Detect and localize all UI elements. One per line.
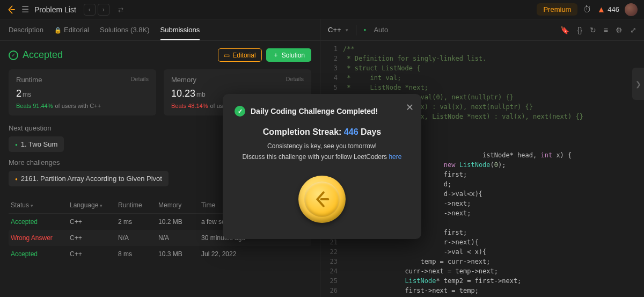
tab-description[interactable]: Description — [9, 26, 43, 34]
tab-submissions[interactable]: Submissions — [160, 26, 200, 40]
runtime-card: RuntimeDetails 2ms Beats 91.44%of users … — [9, 69, 156, 115]
row-memory: N/A — [158, 234, 201, 242]
shuffle-button[interactable]: ⇄ — [115, 4, 127, 16]
streak-value: 446 — [608, 5, 619, 13]
autocomplete-dot-icon: ● — [364, 27, 367, 32]
chevron-down-icon: ▾ — [100, 203, 103, 208]
row-runtime: 8 ms — [118, 250, 158, 258]
more-challenge-chip[interactable]: ●2161. Partition Array According to Give… — [9, 171, 169, 186]
row-memory: 10.3 MB — [158, 250, 201, 258]
modal-subtitle-1: Consistency is key, see you tomorrow! — [235, 142, 409, 150]
streak-counter[interactable]: ▲ 446 — [597, 5, 619, 15]
difficulty-dot-icon: ● — [15, 177, 18, 182]
row-lang: C++ — [70, 218, 118, 226]
lock-icon: 🔒 — [54, 27, 62, 33]
row-lang: C++ — [70, 234, 118, 242]
top-bar: ☰ Problem List ‹ › ⇄ Premium ⏱ ▲ 446 — [0, 0, 644, 19]
bookmark-icon[interactable]: 🔖 — [560, 26, 569, 34]
table-row[interactable]: Accepted C++ 8 ms 10.3 MB Jul 22, 2022 — [9, 246, 311, 262]
chevron-down-icon: ▾ — [31, 203, 33, 208]
runtime-details-link[interactable]: Details — [130, 76, 149, 84]
editor-side-tab[interactable]: ❯ — [632, 68, 644, 100]
memory-details-link[interactable]: Details — [286, 76, 304, 84]
language-select[interactable]: C++▾ — [328, 26, 348, 34]
col-status[interactable]: Status▾ — [11, 201, 70, 209]
row-status: Wrong Answer — [11, 234, 70, 242]
settings-icon[interactable]: ⚙ — [616, 26, 623, 34]
memory-value: 10.23 — [171, 88, 195, 99]
avatar[interactable] — [625, 3, 638, 16]
row-status: Accepted — [11, 218, 70, 226]
streak-line: Completion Streak: 446 Days — [235, 127, 409, 137]
check-circle-icon: ✓ — [9, 50, 18, 60]
discuss-link[interactable]: here — [389, 153, 401, 161]
next-problem-button[interactable]: › — [98, 4, 109, 16]
code-toolbar: C++▾ ● Auto 🔖 {} ↻ ≡ ⚙ ⤢ — [320, 19, 644, 41]
close-icon[interactable]: ✕ — [406, 102, 414, 113]
book-icon: ▭ — [224, 52, 230, 59]
autocomplete-label: Auto — [374, 26, 388, 34]
list-icon[interactable]: ☰ — [21, 4, 29, 15]
modal-subtitle-2: Discuss this challenge with your fellow … — [235, 153, 409, 161]
check-circle-icon: ✓ — [235, 106, 245, 117]
col-lang[interactable]: Language▾ — [70, 201, 118, 209]
row-lang: C++ — [70, 250, 118, 258]
tab-solutions[interactable]: Solutions (3.8K) — [100, 26, 150, 34]
problem-list-label[interactable]: Problem List — [34, 5, 76, 14]
col-runtime[interactable]: Runtime — [118, 201, 158, 209]
leetcode-coin-icon — [313, 190, 331, 208]
row-status: Accepted — [11, 250, 70, 258]
premium-button[interactable]: Premium — [537, 3, 577, 16]
coin-badge — [298, 176, 346, 223]
fullscreen-icon[interactable]: ⤢ — [630, 26, 636, 34]
next-question-chip[interactable]: ●1. Two Sum — [9, 136, 64, 152]
tab-editorial[interactable]: 🔒Editorial — [54, 26, 89, 34]
row-runtime: N/A — [118, 234, 158, 242]
reset-icon[interactable]: ↻ — [590, 26, 596, 34]
editorial-button[interactable]: ▭Editorial — [218, 48, 261, 62]
leetcode-logo-icon[interactable] — [6, 5, 16, 15]
timer-icon[interactable]: ⏱ — [583, 5, 591, 15]
braces-icon[interactable]: {} — [577, 26, 582, 34]
solution-button[interactable]: ＋Solution — [266, 48, 311, 62]
difficulty-dot-icon: ● — [15, 142, 18, 147]
chevron-down-icon: ▾ — [346, 27, 348, 33]
flame-icon: ▲ — [597, 5, 605, 15]
row-time: Jul 22, 2022 — [201, 250, 309, 258]
plus-icon: ＋ — [273, 50, 279, 60]
problem-tabs: Description 🔒Editorial Solutions (3.8K) … — [0, 19, 320, 41]
daily-challenge-modal: ✕ ✓ Daily Coding Challenge Completed! Co… — [223, 94, 421, 239]
row-runtime: 2 ms — [118, 218, 158, 226]
result-status: ✓ Accepted — [9, 49, 63, 61]
col-memory[interactable]: Memory — [158, 201, 201, 209]
runtime-label: Runtime — [16, 76, 42, 84]
notes-icon[interactable]: ≡ — [604, 26, 608, 34]
prev-problem-button[interactable]: ‹ — [84, 4, 96, 16]
memory-label: Memory — [171, 76, 196, 84]
modal-title: Daily Coding Challenge Completed! — [251, 107, 378, 115]
row-memory: 10.2 MB — [158, 218, 201, 226]
runtime-value: 2 — [16, 88, 21, 99]
